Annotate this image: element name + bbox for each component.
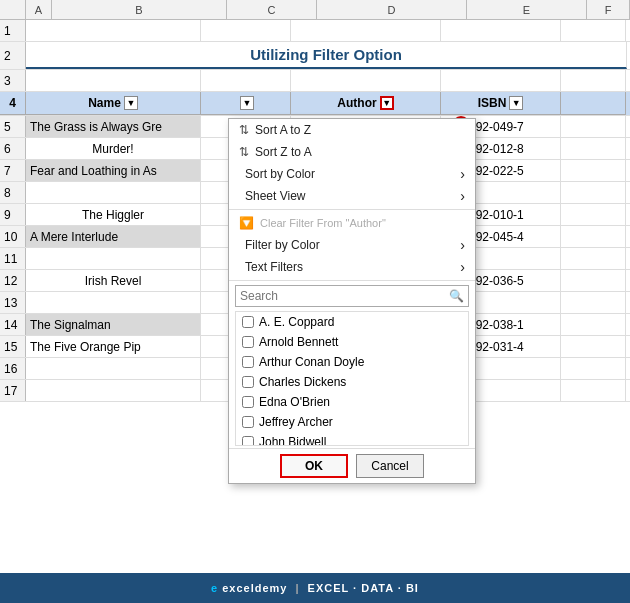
search-box: 🔍 [235, 285, 469, 307]
row-3: 3 [0, 70, 630, 92]
check-item-2[interactable]: Arthur Conan Doyle [236, 352, 468, 372]
watermark-sub: EXCEL · DATA · BI [308, 582, 419, 594]
check-edna-obrien[interactable] [242, 396, 254, 408]
cancel-button[interactable]: Cancel [356, 454, 424, 478]
check-item-3[interactable]: Charles Dickens [236, 372, 468, 392]
check-item-4[interactable]: Edna O'Brien [236, 392, 468, 412]
clear-filter-label: Clear Filter From "Author" [260, 217, 386, 229]
header-c: ▼ [201, 92, 291, 115]
ok-button[interactable]: OK [280, 454, 348, 478]
filter-color-label: Filter by Color [245, 238, 320, 252]
check-charles-dickens[interactable] [242, 376, 254, 388]
clear-filter-icon: 🔽 [239, 216, 254, 230]
cell-1-f [561, 20, 626, 41]
check-label-3: Charles Dickens [259, 375, 346, 389]
filter-btn-c[interactable]: ▼ [240, 96, 254, 110]
filter-btn-name[interactable]: ▼ [124, 96, 138, 110]
title-cell: Utilizing Filter Option [26, 42, 627, 69]
cell-15-b: The Five Orange Pip [26, 336, 201, 357]
cell-12-f [561, 270, 626, 291]
col-header-c: C [227, 0, 317, 19]
header-name: Name ▼ [26, 92, 201, 115]
row-num-6: 6 [0, 138, 26, 159]
cell-12-b: Irish Revel [26, 270, 201, 291]
header-name-text: Name [88, 96, 121, 110]
check-label-4: Edna O'Brien [259, 395, 330, 409]
watermark-bar: e exceldemy | EXCEL · DATA · BI [0, 573, 630, 603]
search-icon: 🔍 [449, 289, 464, 303]
cell-17-f [561, 380, 626, 401]
cell-13-b [26, 292, 201, 313]
header-f [561, 92, 626, 115]
filter-btn-isbn[interactable]: ▼ [509, 96, 523, 110]
check-item-5[interactable]: Jeffrey Archer [236, 412, 468, 432]
header-isbn: ISBN ▼ [441, 92, 561, 115]
header-author: Author ▼ [291, 92, 441, 115]
sheet-view-item[interactable]: Sheet View [229, 185, 475, 207]
row-num-9: 9 [0, 204, 26, 225]
row-num-2: 2 [0, 42, 26, 69]
col-header-b-label: B [52, 0, 227, 19]
row-num-4: 4 [0, 92, 26, 115]
cell-9-b: The Higgler [26, 204, 201, 225]
check-john-bidwell[interactable] [242, 436, 254, 446]
cell-3-f [561, 70, 626, 91]
author-checklist: A. E. Coppard Arnold Bennett Arthur Cona… [235, 311, 469, 446]
col-header-d: D [317, 0, 467, 19]
search-input[interactable] [240, 289, 447, 303]
col-header-e: E [467, 0, 587, 19]
sort-az-item[interactable]: ⇅ Sort A to Z [229, 119, 475, 141]
check-item-1[interactable]: Arnold Bennett [236, 332, 468, 352]
filter-dropdown: ⇅ Sort A to Z ⇅ Sort Z to A Sort by Colo… [228, 118, 476, 484]
cell-3-b [26, 70, 201, 91]
clear-filter-item[interactable]: 🔽 Clear Filter From "Author" [229, 212, 475, 234]
cell-9-f [561, 204, 626, 225]
cell-3-c [201, 70, 291, 91]
row-num-17: 17 [0, 380, 26, 401]
cell-1-d [291, 20, 441, 41]
cell-10-b: A Mere Interlude [26, 226, 201, 247]
sort-za-label: Sort Z to A [255, 145, 312, 159]
cell-11-b [26, 248, 201, 269]
row-num-7: 7 [0, 160, 26, 181]
check-item-0[interactable]: A. E. Coppard [236, 312, 468, 332]
row-1: 1 [0, 20, 630, 42]
col-header-a [0, 0, 26, 19]
check-ae-coppard[interactable] [242, 316, 254, 328]
sort-za-item[interactable]: ⇅ Sort Z to A [229, 141, 475, 163]
cell-1-e [441, 20, 561, 41]
divider-1 [229, 209, 475, 210]
cell-10-f [561, 226, 626, 247]
cell-15-f [561, 336, 626, 357]
cell-1-b [26, 20, 201, 41]
row-4-header: 4 Name ▼ ▼ Author ▼ ISBN ▼ [0, 92, 630, 116]
watermark-text: exceldemy [222, 582, 287, 594]
check-label-1: Arnold Bennett [259, 335, 338, 349]
header-isbn-text: ISBN [478, 96, 507, 110]
row-num-12: 12 [0, 270, 26, 291]
row-num-11: 11 [0, 248, 26, 269]
row-num-3: 3 [0, 70, 26, 91]
row-num-16: 16 [0, 358, 26, 379]
filter-btn-author[interactable]: ▼ [380, 96, 394, 110]
check-arnold-bennett[interactable] [242, 336, 254, 348]
cell-6-f [561, 138, 626, 159]
text-filters-label: Text Filters [245, 260, 303, 274]
check-jeffrey-archer[interactable] [242, 416, 254, 428]
header-author-text: Author [337, 96, 376, 110]
cell-8-b [26, 182, 201, 203]
check-arthur-conan-doyle[interactable] [242, 356, 254, 368]
row-num-1: 1 [0, 20, 26, 41]
cell-3-e [441, 70, 561, 91]
text-filters-item[interactable]: Text Filters [229, 256, 475, 278]
divider-2 [229, 280, 475, 281]
sort-az-icon: ⇅ [239, 123, 249, 137]
sort-az-label: Sort A to Z [255, 123, 311, 137]
cell-13-f [561, 292, 626, 313]
sort-color-item[interactable]: Sort by Color [229, 163, 475, 185]
check-item-6[interactable]: John Bidwell [236, 432, 468, 446]
check-label-6: John Bidwell [259, 435, 326, 446]
check-label-5: Jeffrey Archer [259, 415, 333, 429]
cell-7-f [561, 160, 626, 181]
filter-color-item[interactable]: Filter by Color [229, 234, 475, 256]
